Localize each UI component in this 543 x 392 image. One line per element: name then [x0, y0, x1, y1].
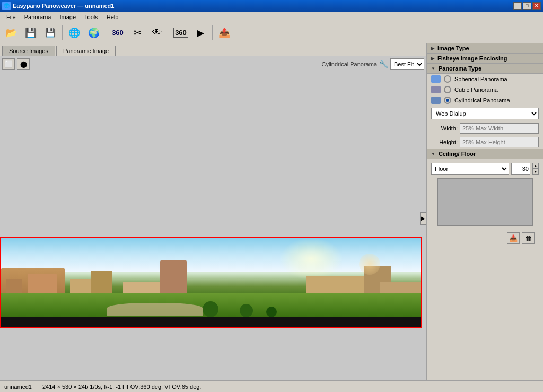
cubic-option[interactable]: Cubic Panorama	[427, 84, 543, 95]
cylindrical-option[interactable]: Cylindrical Panorama	[427, 95, 543, 106]
import-button[interactable]: 📥	[507, 232, 520, 244]
cubic-radio[interactable]	[444, 86, 451, 93]
rect-view-button[interactable]: ⬜	[2, 58, 15, 70]
tab-source-images[interactable]: Source Images	[2, 46, 55, 56]
image-type-triangle: ▶	[431, 46, 434, 51]
panorama-image	[1, 238, 422, 327]
image-type-label: Image Type	[437, 45, 469, 51]
ceiling-floor-triangle: ▼	[431, 152, 435, 156]
floor-value-input[interactable]	[511, 163, 530, 175]
black-bar	[1, 317, 422, 327]
open-button[interactable]: 📂	[2, 24, 20, 42]
minimize-button[interactable]: —	[513, 2, 522, 10]
title-text: Easypano Panoweaver — unnamed1	[13, 3, 114, 9]
main-layout: Source Images Panoramic Image ⬜ ⬤ Cylind…	[0, 43, 543, 380]
fit-dropdown[interactable]: Best Fit 100% 50% 25%	[390, 58, 424, 70]
spherical-radio[interactable]	[444, 75, 451, 83]
save-button-2[interactable]: 💾	[41, 24, 59, 42]
fisheye-header[interactable]: ▶ Fisheye Image Enclosing	[427, 54, 543, 64]
globe-button-2[interactable]: 🌍	[85, 24, 103, 42]
360b-button[interactable]: 360	[172, 24, 190, 42]
cubic-label: Cubic Panorama	[454, 86, 498, 93]
menu-tools[interactable]: Tools	[80, 13, 102, 21]
cylindrical-label: Cylindrical Panorama	[454, 97, 510, 103]
output-button[interactable]: ▶	[191, 24, 209, 42]
close-button[interactable]: ✕	[532, 2, 541, 10]
menu-image[interactable]: Image	[56, 13, 81, 21]
height-input[interactable]	[460, 137, 539, 147]
status-bar: unnamed1 2414 × 530 × 24b 1/0s, f/-1, -1…	[0, 380, 543, 392]
360-button[interactable]: 360	[109, 24, 127, 42]
ceiling-section: Floor Ceiling ▲ ▼ 📥 🗑	[427, 159, 543, 250]
app-icon: 🌐	[2, 2, 11, 10]
fisheye-label: Fisheye Image Enclosing	[437, 55, 507, 62]
panorama-type-triangle: ▼	[431, 66, 435, 71]
ceiling-floor-header[interactable]: ▼ Ceiling/ Floor	[427, 149, 543, 159]
right-panel: ▶ Image Type ▶ Fisheye Image Enclosing ▼…	[426, 43, 543, 380]
delete-button[interactable]: 🗑	[522, 232, 535, 244]
preview-button[interactable]: 👁	[148, 24, 166, 42]
width-label: Width:	[431, 125, 458, 132]
panorama-type-label: Panorama Type	[439, 65, 481, 72]
spin-down[interactable]: ▼	[532, 169, 539, 175]
ceiling-controls: Floor Ceiling ▲ ▼	[431, 161, 539, 176]
ceiling-preview	[437, 178, 533, 226]
cylindrical-radio[interactable]	[444, 97, 451, 104]
fisheye-triangle: ▶	[431, 56, 434, 61]
window-controls: — □ ✕	[513, 2, 541, 10]
image-toolbar: ⬜ ⬤	[2, 58, 30, 70]
toolbar: 📂 💾 💾 🌐 🌍 360 ✂ 👁 360 ▶ 📤	[0, 22, 543, 43]
globe-button-1[interactable]: 🌐	[65, 24, 83, 42]
tab-bar: Source Images Panoramic Image	[0, 43, 426, 56]
panorama-type-header[interactable]: ▼ Panorama Type	[427, 64, 543, 74]
stitch-button[interactable]: ✂	[128, 24, 146, 42]
spherical-option[interactable]: Spherical Panorama	[427, 74, 543, 84]
save-button-1[interactable]: 💾	[22, 24, 40, 42]
height-label: Height:	[431, 139, 458, 145]
view-label: Cylindrical Panorama	[321, 61, 377, 67]
title-bar: 🌐 Easypano Panoweaver — unnamed1 — □ ✕	[0, 0, 543, 12]
menu-help[interactable]: Help	[102, 13, 123, 21]
spherical-type-icon	[431, 75, 441, 83]
menu-bar: File Panorama Image Tools Help	[0, 12, 543, 22]
maximize-button[interactable]: □	[523, 2, 531, 10]
width-input[interactable]	[460, 123, 539, 134]
cylindrical-type-icon	[431, 97, 441, 104]
status-dimensions: 2414 × 530 × 24b 1/0s, f/-1, -1 HFOV:360…	[42, 384, 201, 390]
upload-button[interactable]: 📤	[215, 24, 233, 42]
menu-file[interactable]: File	[2, 13, 20, 21]
image-fit-bar: Cylindrical Panorama 🔧 Best Fit 100% 50%…	[321, 58, 424, 70]
sphere-view-button[interactable]: ⬤	[17, 58, 30, 70]
spherical-label: Spherical Panorama	[454, 76, 507, 82]
spin-buttons: ▲ ▼	[532, 163, 539, 175]
image-area: ⬜ ⬤ Cylindrical Panorama 🔧 Best Fit 100%…	[0, 56, 426, 380]
image-type-header[interactable]: ▶ Image Type	[427, 43, 543, 54]
fit-icon: 🔧	[379, 60, 388, 68]
quality-dropdown[interactable]: Web Dialup Web Broadband CD-ROM Custom	[431, 108, 539, 119]
floor-ceiling-dropdown[interactable]: Floor Ceiling	[431, 163, 509, 175]
left-panel: Source Images Panoramic Image ⬜ ⬤ Cylind…	[0, 43, 426, 380]
status-filename: unnamed1	[4, 384, 32, 390]
scroll-right-arrow[interactable]: ▶	[420, 212, 426, 225]
ceiling-floor-label: Ceiling/ Floor	[439, 151, 476, 157]
tab-panoramic-image[interactable]: Panoramic Image	[56, 46, 116, 56]
action-buttons: 📥 🗑	[431, 228, 539, 248]
menu-panorama[interactable]: Panorama	[20, 13, 56, 21]
panorama-container	[0, 237, 422, 328]
spin-up[interactable]: ▲	[532, 163, 539, 169]
cubic-type-icon	[431, 86, 441, 93]
